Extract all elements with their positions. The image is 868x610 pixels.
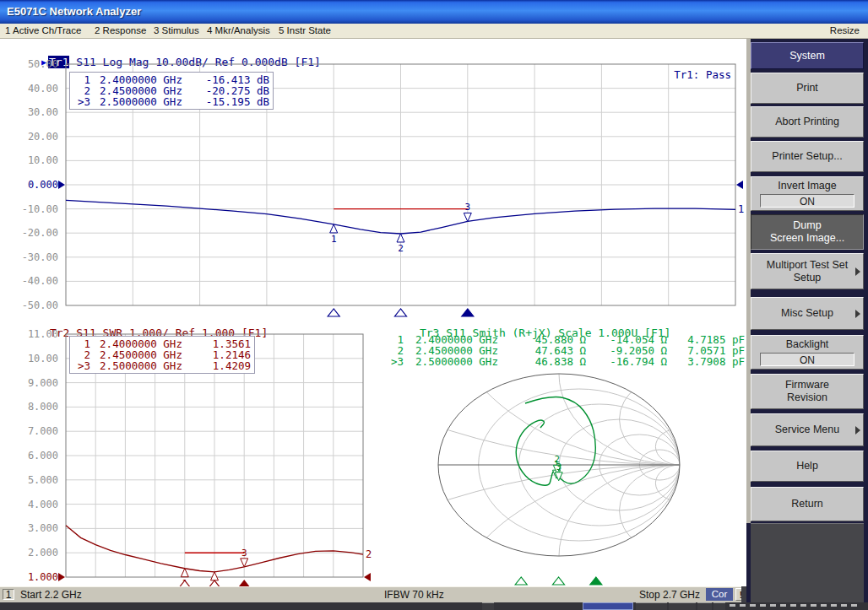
menu-stimulus[interactable]: 3 Stimulus [154,25,199,35]
softkey-label: Backlight [786,338,829,351]
chart-text: 3 [241,548,247,559]
softkey-empty-area [751,523,864,610]
chart-text: 4.000 [28,499,58,510]
window-title: E5071C Network Analyzer [7,5,141,18]
chart-text: 30.00 [28,106,58,118]
chart-text: 6.000 [28,450,58,462]
marker-flag-3[interactable] [241,559,248,567]
marker-table-cell: 1.4209 [192,360,251,371]
softkey-printer-setup[interactable]: Printer Setup... [751,141,864,172]
stimulus-marker[interactable] [553,577,565,585]
chart-text: 5.000 [28,474,58,486]
submenu-arrow-icon [855,310,860,318]
softkey-toggle-state[interactable]: ON [760,353,854,366]
tr2-marker-table: 12.4000000 GHz1.356122.4500000 GHz1.2146… [69,336,255,374]
stop-frequency-label[interactable]: Stop 2.7 GHz [639,589,700,601]
marker-flag-1[interactable] [330,224,338,233]
ref-level-arrow-left[interactable] [58,181,65,189]
softkey-misc-setup[interactable]: Misc Setup [751,297,864,330]
channel-number-box: 1 [3,589,14,600]
softkey-return[interactable]: Return [751,487,864,521]
softkey-label: Invert Image [778,180,836,192]
softkey-label: Return [791,498,823,510]
menu-instr-state[interactable]: 5 Instr State [279,25,331,35]
taskbar-segment [697,602,712,610]
chart-area: ▶Tr1 S11 Log Mag 10.00dB/ Ref 0.000dB [F… [0,39,746,586]
chart-text: 20.00 [28,131,58,143]
chart-text: -20.00 [22,227,58,239]
correction-status-badge: Cor [706,588,733,601]
marker-table-cell: >3 [72,360,90,371]
menu-response[interactable]: 2 Response [95,25,146,35]
status-bar: 1 Start 2.2 GHz IFBW 70 kHz Stop 2.7 GHz… [0,586,741,602]
softkey-label: Abort Printing [775,116,839,128]
ref-level-arrow-right[interactable] [736,181,743,189]
softkey-firmware-revision[interactable]: Firmware Revision [751,374,864,409]
softkey-toggle-state[interactable]: ON [760,194,854,208]
chart-text: -30.00 [22,251,58,263]
softkey-menu: SystemPrintAbort PrintingPrinter Setup..… [746,39,868,610]
marker-table-row: >32.5000000 GHz1.4209 [72,360,251,371]
marker-flag-2[interactable] [397,234,404,242]
chart-text: 10.00 [28,154,58,166]
softkey-print[interactable]: Print [751,73,864,104]
chart-text: -10.00 [22,203,58,215]
stimulus-marker[interactable] [328,309,339,316]
tr1-marker-table: 12.4000000 GHz-16.413 dB22.4500000 GHz-2… [69,72,274,110]
marker-table-cell: -15.195 dB [192,96,269,107]
chart-text: -50.00 [22,300,58,311]
submenu-arrow-icon [855,426,860,435]
chart-text: 10.00 [28,353,58,364]
chart-text: 3.000 [28,522,58,534]
softkey-label: Service Menu [775,424,839,436]
marker-flag-1[interactable] [181,569,188,577]
window-titlebar[interactable]: E5071C Network Analyzer [0,0,868,24]
marker-flag-2[interactable] [211,572,219,580]
smith-x-arc [620,374,741,465]
softkey-backlight[interactable]: BacklightON [751,335,864,370]
softkey-label: Firmware Revision [785,379,829,404]
chart-text: -40.00 [22,275,58,287]
marker-table-cell: 2.5000000 GHz [404,356,510,367]
menu-resize[interactable]: Resize [830,25,860,35]
taskbar-segment-active [583,602,633,610]
ifbw-label[interactable]: IFBW 70 kHz [384,589,444,601]
chart-text: 8.000 [28,401,58,413]
stimulus-marker-active[interactable] [590,577,602,585]
softkey-abort-printing[interactable]: Abort Printing [751,106,864,138]
taskbar-clock-fragment [730,604,861,607]
menu-mkr-analysis[interactable]: 4 Mkr/Analysis [207,25,270,35]
smith-x-arc [620,465,741,556]
chart-text: 0.000 [28,179,58,191]
ref-level-arrow-right[interactable] [364,573,371,581]
e5071c-screen: E5071C Network Analyzer 1 Active Ch/Trac… [0,0,868,610]
start-frequency-label[interactable]: Start 2.2 GHz [20,589,82,601]
chart-text: 40.00 [28,83,58,94]
softkey-invert-image[interactable]: Invert ImageON [751,176,864,211]
softkey-multiport-test-set-setup[interactable]: Multiport Test Set Setup [751,253,864,289]
softkey-label: Print [796,82,818,94]
softkey-system[interactable]: System [751,42,864,69]
chart-text: 2 [398,243,404,254]
bottom-taskbar-strip [0,602,868,610]
softkey-help[interactable]: Help [751,451,864,482]
chart-text: 3 [464,202,470,213]
chart-text: 9.000 [28,377,58,389]
marker-table-cell: 3.7908 pF [667,356,745,367]
chart-text: 3 [556,462,561,472]
stimulus-marker[interactable] [515,577,527,585]
ref-level-arrow-left[interactable] [58,573,65,581]
menubar: 1 Active Ch/Trace 2 Response 3 Stimulus … [0,24,868,39]
tr3-smith-chart: 123 [372,329,746,591]
marker-table-cell: 2.5000000 GHz [90,96,192,107]
softkey-dump-screen-image[interactable]: Dump Screen Image... [751,214,864,250]
taskbar-segment [636,602,667,610]
marker-flag-3[interactable] [464,213,471,221]
submenu-arrow-icon [855,267,860,276]
softkey-label: Dump Screen Image... [770,219,844,245]
softkey-service-menu[interactable]: Service Menu [751,413,864,446]
tr1-pass-status: Tr1: Pass [642,68,731,81]
menu-active-ch-trace[interactable]: 1 Active Ch/Trace [5,25,81,35]
status-bar-filler [741,586,746,602]
marker-table-cell: -16.794 Ω [586,356,667,367]
